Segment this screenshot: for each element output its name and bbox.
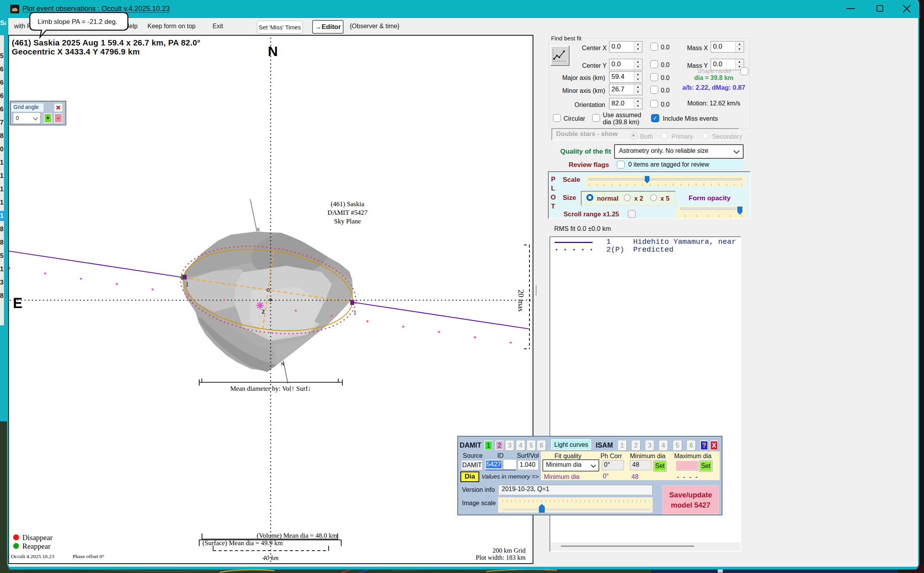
svg-text:Occult 4.2025.10.23: Occult 4.2025.10.23 — [11, 553, 54, 559]
svg-text:1: 1 — [353, 309, 357, 316]
svg-text:200 km Grid: 200 km Grid — [493, 547, 526, 554]
svg-text:Phase offset 0°: Phase offset 0° — [73, 553, 104, 559]
svg-text:1: 1 — [186, 281, 189, 288]
svg-text:N: N — [281, 361, 285, 367]
svg-text:Mean diameter by: Vol↑ Surf↓: Mean diameter by: Vol↑ Surf↓ — [230, 385, 311, 392]
svg-text:Plot width: 183 km: Plot width: 183 km — [476, 554, 526, 561]
svg-text:20 mas: 20 mas — [517, 290, 525, 312]
svg-text:Geocentric X 3433.4 Y 4796.: Geocentric X 3433.4 Y 4796.9 km — [12, 47, 140, 56]
svg-text:2: 2 — [262, 308, 265, 315]
svg-text:Reappear: Reappear — [22, 542, 51, 550]
svg-text:Sky Plane: Sky Plane — [334, 218, 361, 225]
svg-text:(Surface) Mean dia = 49.9 km: (Surface) Mean dia = 49.9 km — [202, 539, 283, 547]
svg-text:S: S — [257, 227, 260, 232]
svg-text:Limb slope PA = -21.2 deg.: Limb slope PA = -21.2 deg. — [38, 18, 117, 25]
svg-text:E: E — [13, 295, 22, 311]
svg-text:Disappear: Disappear — [22, 533, 53, 542]
svg-text:DAMIT #5427: DAMIT #5427 — [327, 209, 368, 216]
svg-text:N: N — [268, 44, 278, 59]
svg-text:(Volume) Mean dia = 48.0 km: (Volume) Mean dia = 48.0 km — [256, 532, 337, 539]
svg-text:40 km: 40 km — [262, 554, 278, 562]
svg-text:(461) Saskia: (461) Saskia — [331, 200, 364, 208]
